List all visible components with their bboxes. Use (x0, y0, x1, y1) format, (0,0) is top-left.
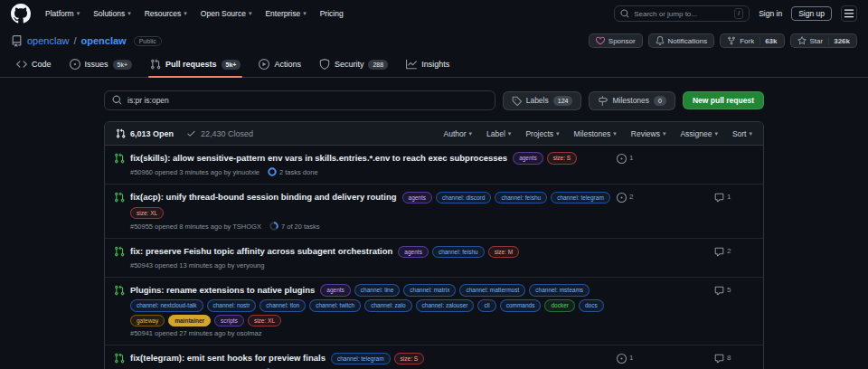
nav-item-solutions[interactable]: Solutions▾ (93, 9, 130, 18)
pr-label[interactable]: size: S (547, 152, 578, 165)
nav-item-pricing[interactable]: Pricing (320, 9, 344, 18)
pr-label[interactable]: gateway (130, 315, 165, 327)
labels-button[interactable]: Labels 124 (503, 91, 582, 110)
tab-code[interactable]: Code (9, 53, 59, 77)
tab-issues[interactable]: Issues5k+ (62, 53, 140, 77)
pr-label[interactable]: channel: tlon (259, 299, 306, 312)
pr-review-count (617, 247, 714, 269)
pr-review-count[interactable]: 1 (617, 154, 714, 176)
tab-pull-requests[interactable]: Pull requests5k+ (143, 53, 248, 77)
pr-label[interactable]: channel: line (354, 284, 401, 297)
sponsor-button[interactable]: Sponsor (589, 33, 643, 48)
pr-comment-count[interactable]: 2 (714, 247, 752, 269)
chevron-down-icon: ▾ (613, 130, 617, 137)
pr-label[interactable]: channel: discord (436, 192, 491, 204)
nav-item-platform[interactable]: Platform▾ (45, 9, 80, 18)
filter-author[interactable]: Author▾ (443, 129, 472, 138)
pr-label[interactable]: channel: matrix (403, 284, 456, 297)
pr-label[interactable]: size: XL (130, 207, 164, 220)
pr-search-input[interactable] (127, 96, 487, 105)
star-button[interactable]: Star 326k (790, 33, 857, 48)
pr-label[interactable]: channel: zalo (364, 299, 411, 312)
notifications-button[interactable]: Notifications (648, 33, 715, 48)
fork-icon (727, 36, 736, 45)
nav-item-resources[interactable]: Resources▾ (145, 9, 187, 18)
pr-label[interactable]: agents (398, 246, 429, 259)
new-pull-request-button[interactable]: New pull request (683, 91, 764, 109)
pr-comment-count[interactable]: 8 (714, 354, 752, 369)
pr-label[interactable]: channel: nostr (207, 299, 257, 312)
filter-label[interactable]: Label▾ (486, 129, 511, 138)
shield-icon (319, 59, 330, 70)
pr-title-link[interactable]: Plugins: rename extensions to native plu… (130, 284, 315, 297)
filter-assignee[interactable]: Assignee▾ (680, 129, 717, 138)
sign-up-button[interactable]: Sign up (791, 6, 832, 21)
pr-label[interactable]: size: S (394, 353, 425, 365)
pr-search-box[interactable] (104, 90, 495, 110)
tab-actions[interactable]: Actions (251, 53, 308, 77)
pr-meta-text: #50941 opened 27 minutes ago by osolmaz (130, 329, 262, 337)
repo-name-link[interactable]: openclaw (81, 35, 127, 46)
sponsor-label: Sponsor (609, 37, 636, 45)
code-icon (16, 59, 27, 70)
pr-title-link[interactable]: fix(skills): allow sensitive-pattern env… (130, 152, 507, 165)
pr-label[interactable]: commands (500, 299, 542, 312)
pr-label[interactable]: channel: zalouser (416, 299, 475, 312)
filter-milestones[interactable]: Milestones▾ (574, 129, 617, 138)
pr-label[interactable]: channel: telegram (551, 192, 610, 204)
pr-title-line: fix(telegram): emit sent hooks for previ… (130, 352, 617, 364)
code-icon (16, 59, 27, 70)
pr-label[interactable]: docker (544, 299, 575, 312)
pr-review-count[interactable]: 1 (617, 354, 714, 369)
nav-item-enterprise[interactable]: Enterprise▾ (265, 9, 306, 18)
graph-icon (406, 59, 417, 70)
github-logo-icon[interactable] (11, 4, 31, 24)
tab-security[interactable]: Security288 (312, 53, 395, 77)
pr-label[interactable]: maintainer (168, 315, 211, 327)
github-logo-icon (11, 4, 31, 24)
repo-owner-link[interactable]: openclaw (27, 35, 69, 46)
chevron-down-icon: ▾ (556, 130, 560, 137)
pr-comment-count[interactable]: 5 (714, 286, 752, 338)
pr-title-link[interactable]: fix: preserve Feishu topic affinity acro… (130, 245, 392, 258)
filter-reviews[interactable]: Reviews▾ (631, 129, 666, 138)
pr-title-link[interactable]: fix(telegram): emit sent hooks for previ… (130, 352, 326, 364)
closed-prs-filter[interactable]: 22,430 Closed (186, 128, 253, 138)
slash-shortcut-key: / (734, 8, 743, 19)
fork-button[interactable]: Fork 63k (720, 33, 784, 48)
labels-label: Labels (526, 96, 549, 105)
pr-comment-count[interactable]: 1 (714, 193, 752, 231)
pr-label[interactable]: channel: msteams (529, 284, 590, 297)
pr-label[interactable]: channel: feishu (432, 246, 485, 259)
pr-label[interactable]: agents (402, 192, 433, 204)
pr-label[interactable]: channel: nextcloud-talk (130, 299, 203, 312)
pr-meta-text: #50955 opened 8 minutes ago by TSHOGX (130, 222, 261, 231)
settings-sliders-icon[interactable] (841, 5, 857, 22)
pr-label[interactable]: docs (579, 299, 604, 312)
pr-label[interactable]: size: XL (248, 315, 281, 327)
pr-label[interactable]: agents (513, 152, 543, 165)
pr-label[interactable]: agents (320, 284, 351, 297)
top-navigation-bar: Platform▾Solutions▾Resources▾Open Source… (0, 0, 868, 27)
pr-label[interactable]: cli (477, 299, 495, 312)
sign-in-link[interactable]: Sign in (759, 9, 782, 18)
pr-label[interactable]: channel: mattermost (459, 284, 525, 297)
pr-title-link[interactable]: fix(acp): unify thread-bound session bin… (130, 191, 397, 203)
pr-review-count[interactable]: 2 (617, 193, 714, 231)
global-search-box[interactable]: Search or jump to... / (614, 5, 750, 22)
nav-item-open-source[interactable]: Open Source▾ (201, 9, 252, 18)
pr-label[interactable]: channel: feishu (495, 192, 547, 204)
tab-insights[interactable]: Insights (399, 53, 457, 77)
pr-label[interactable]: scripts (214, 315, 244, 327)
milestones-button[interactable]: Milestones 0 (589, 91, 675, 110)
filter-projects[interactable]: Projects▾ (525, 129, 559, 138)
pr-label[interactable]: size: M (488, 246, 520, 259)
pr-meta-text: #50943 opened 13 minutes ago by veryoung (130, 261, 264, 270)
pr-label[interactable]: channel: twitch (309, 299, 361, 312)
repo-separator: / (73, 35, 76, 46)
pr-side: 1 (617, 152, 752, 176)
open-prs-filter[interactable]: 6,013 Open (116, 128, 174, 138)
visibility-badge: Public (134, 36, 162, 46)
filter-sort[interactable]: Sort▾ (732, 129, 752, 138)
pr-label[interactable]: channel: telegram (331, 353, 391, 365)
